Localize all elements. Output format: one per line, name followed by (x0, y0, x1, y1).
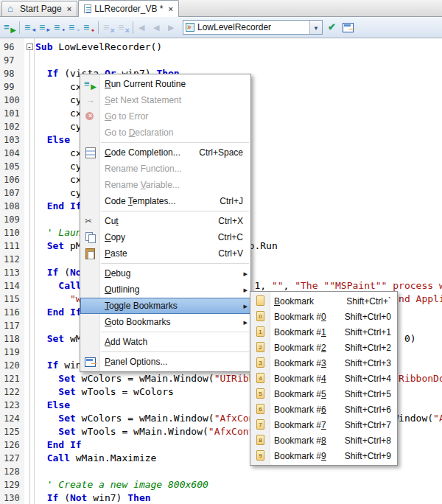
goto-error-icon (84, 111, 96, 122)
menu-item-code-templates[interactable]: Code Templates...Ctrl+J (80, 193, 250, 209)
tab-start-page[interactable]: Start Page× (1, 1, 77, 16)
code-line-128[interactable]: 128 (0, 465, 442, 478)
bookmark-icon: 6 (256, 404, 264, 414)
bars-dot-button[interactable] (52, 19, 66, 35)
code-text: Set wTools = wColors (35, 385, 174, 399)
submenu-shortcut: Shift+Ctrl+1 (334, 327, 391, 337)
bars-red-button[interactable] (81, 19, 96, 35)
menu-item-outlining[interactable]: Outlining (80, 281, 250, 298)
code-text: ' Create a new image 800x600 (35, 478, 208, 491)
bars-left-icon (24, 21, 35, 33)
bars-forward-button[interactable] (37, 19, 52, 35)
line-number[interactable]: 122 (4, 385, 20, 399)
line-number[interactable]: 121 (4, 372, 20, 385)
code-text: Call wMain.Maximize (35, 452, 156, 465)
line-number[interactable]: 125 (4, 425, 20, 438)
submenu-item-bookmark-8[interactable]: 8Bookmark #8Shift+Ctrl+8 (250, 433, 397, 448)
line-number[interactable]: 110 (4, 226, 20, 239)
line-number[interactable]: 112 (4, 253, 20, 266)
submenu-item-bookmark[interactable]: BookmarkShift+Ctrl+` (250, 293, 397, 309)
line-number[interactable]: 124 (4, 412, 20, 425)
bars-right-icon (38, 21, 50, 33)
run-current-routine-button[interactable] (2, 19, 17, 35)
line-number[interactable]: 113 (4, 266, 20, 279)
code-line-129[interactable]: 129 ' Create a new image 800x600 (0, 478, 442, 491)
line-number[interactable]: 129 (4, 478, 20, 491)
cut-icon (84, 215, 96, 227)
line-number[interactable]: 120 (4, 359, 20, 372)
syntax-check-button[interactable] (326, 19, 340, 35)
line-number[interactable]: 119 (4, 346, 20, 359)
line-number[interactable]: 104 (4, 147, 20, 160)
submenu-item-bookmark-5[interactable]: 5Bookmark #5Shift+Ctrl+5 (250, 386, 397, 402)
line-number[interactable]: 123 (4, 399, 20, 412)
line-number[interactable]: 127 (4, 452, 20, 465)
editor-context-menu: Run Current RoutineSet Next StatementGo … (80, 74, 251, 372)
line-number[interactable]: 116 (4, 306, 20, 319)
menu-item-goto-bookmarks[interactable]: Goto Bookmarks (80, 314, 250, 330)
code-line-130[interactable]: 130 If (Not win7) Then (0, 491, 442, 504)
code-line-97[interactable]: 97 (0, 54, 442, 67)
menu-item-paste[interactable]: PasteCtrl+V (80, 245, 250, 262)
menu-item-label: Rename Function... (105, 164, 182, 174)
line-number[interactable]: 128 (4, 465, 20, 478)
menu-item-debug[interactable]: Debug (80, 265, 250, 281)
submenu-item-bookmark-3[interactable]: 3Bookmark #3Shift+Ctrl+3 (250, 355, 397, 371)
menu-item-add-watch[interactable]: Add Watch (80, 334, 250, 350)
line-number[interactable]: 105 (4, 160, 20, 173)
submenu-item-bookmark-9[interactable]: 9Bookmark #9Shift+Ctrl+9 (250, 448, 397, 463)
line-number[interactable]: 109 (4, 213, 20, 226)
fold-collapse-icon[interactable] (27, 43, 33, 50)
line-number[interactable]: 101 (4, 107, 20, 120)
submenu-item-bookmark-6[interactable]: 6Bookmark #6Shift+Ctrl+6 (250, 402, 397, 417)
line-number[interactable]: 97 (4, 54, 14, 67)
routine-dropdown-button[interactable] (309, 21, 322, 34)
line-number[interactable]: 118 (4, 332, 20, 346)
tab-close-icon[interactable]: × (67, 4, 71, 13)
menu-item-panel-options[interactable]: Panel Options... (80, 354, 250, 370)
line-number[interactable]: 106 (4, 173, 20, 186)
menu-item-copy[interactable]: CopyCtrl+C (80, 229, 250, 245)
menu-item-toggle-bookmarks[interactable]: Toggle Bookmarks (80, 298, 250, 314)
code-text: If (Not win7) Then (35, 491, 151, 504)
code-line-96[interactable]: 96Sub LowLevelRecorder() (0, 41, 442, 54)
line-number[interactable]: 99 (4, 80, 14, 94)
line-number[interactable]: 111 (4, 239, 20, 253)
submenu-item-bookmark-2[interactable]: 2Bookmark #2Shift+Ctrl+2 (250, 340, 397, 355)
panel-options-button[interactable] (340, 19, 355, 35)
submenu-arrow-icon (243, 268, 248, 279)
bars-back-button[interactable] (22, 19, 37, 35)
bars-circle-button[interactable] (66, 19, 81, 35)
menu-item-run-current-routine[interactable]: Run Current Routine (80, 76, 250, 92)
submenu-item-bookmark-1[interactable]: 1Bookmark #1Shift+Ctrl+1 (250, 324, 397, 340)
line-number[interactable]: 114 (4, 279, 20, 293)
code-text: End If (35, 306, 82, 319)
line-number[interactable]: 100 (4, 94, 20, 107)
line-number[interactable]: 96 (4, 41, 14, 54)
submenu-item-bookmark-4[interactable]: 4Bookmark #4Shift+Ctrl+4 (250, 371, 397, 386)
line-number[interactable]: 126 (4, 438, 20, 452)
menu-shortcut: Ctrl+V (208, 248, 243, 259)
arrow-right-icon (166, 21, 178, 33)
line-number[interactable]: 107 (4, 186, 20, 200)
submenu-item-bookmark-7[interactable]: 7Bookmark #7Shift+Ctrl+7 (250, 417, 397, 433)
tab-close-icon[interactable]: × (169, 4, 173, 13)
toggle-bookmarks-submenu: BookmarkShift+Ctrl+`0Bookmark #0Shift+Ct… (250, 291, 398, 466)
line-number[interactable]: 103 (4, 133, 20, 147)
line-number[interactable]: 108 (4, 200, 20, 213)
routine-selector[interactable]: LowLevelRecorder (183, 20, 323, 35)
submenu-item-bookmark-0[interactable]: 0Bookmark #0Shift+Ctrl+0 (250, 309, 397, 324)
submenu-item-label: Bookmark #1 (274, 327, 326, 337)
menu-item-code-completion[interactable]: Code Completion...Ctrl+Space (80, 144, 250, 161)
line-number[interactable]: 98 (4, 67, 14, 80)
bars-circle-icon (68, 21, 80, 33)
line-number[interactable]: 102 (4, 120, 20, 133)
submenu-item-label: Bookmark #6 (274, 405, 326, 415)
menu-item-cut[interactable]: CutCtrl+X (80, 213, 250, 229)
submenu-shortcut: Shift+Ctrl+6 (334, 405, 391, 415)
line-number[interactable]: 117 (4, 319, 20, 332)
line-number[interactable]: 115 (4, 293, 20, 306)
tab-llrecorder-vb[interactable]: LLRecorder_VB *× (78, 0, 179, 17)
menu-item-label: Go to Declaration (105, 127, 173, 138)
line-number[interactable]: 130 (4, 491, 20, 504)
